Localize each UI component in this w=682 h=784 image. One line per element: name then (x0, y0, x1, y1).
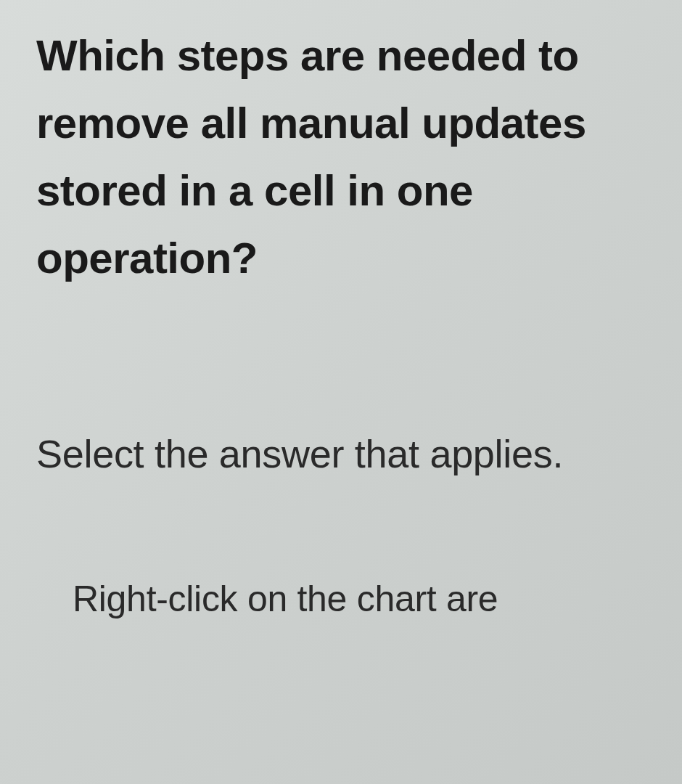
answer-option-1[interactable]: Right-click on the chart are (73, 572, 653, 626)
question-text: Which steps are needed to remove all man… (36, 22, 653, 292)
instruction-text: Select the answer that applies. (36, 422, 653, 485)
